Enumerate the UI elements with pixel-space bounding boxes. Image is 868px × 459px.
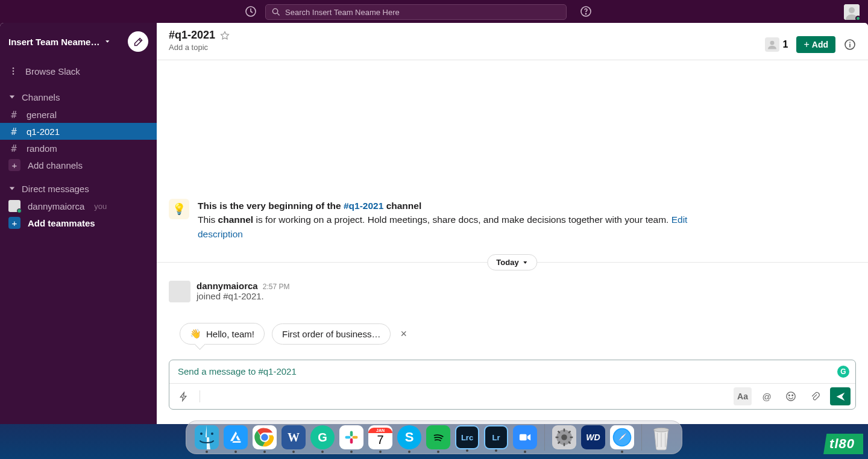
slack-icon: [342, 428, 360, 446]
star-icon[interactable]: [220, 31, 230, 40]
formatting-button[interactable]: Aa: [734, 387, 752, 405]
main-area: #q1-2021 Add a topic 1 +Add 💡 This i: [157, 23, 868, 424]
add-button[interactable]: +Add: [796, 36, 835, 53]
dock-app-wd[interactable]: WD: [581, 425, 605, 449]
add-channels[interactable]: + Add channels: [0, 157, 157, 173]
message-body: joined #q1-2021.: [197, 291, 289, 301]
lightning-icon: [178, 392, 189, 402]
plus-icon: +: [8, 159, 20, 171]
member-count[interactable]: 1: [765, 37, 788, 52]
dock-app-trash[interactable]: [649, 425, 673, 449]
appstore-icon: [227, 429, 244, 446]
user-avatar[interactable]: [844, 4, 860, 20]
plus-icon: +: [8, 217, 20, 229]
gear-icon: [555, 428, 574, 447]
mention-button[interactable]: @: [758, 387, 776, 405]
aa-label: Aa: [737, 392, 748, 401]
browse-label: Browse Slack: [25, 66, 80, 76]
caret-down-icon: [8, 93, 16, 101]
send-button[interactable]: [830, 387, 851, 405]
welcome-prefix: This is the very beginning of the: [198, 201, 344, 211]
sidebar-channel-q1-2021[interactable]: # q1-2021: [0, 123, 157, 140]
compose-icon: [133, 37, 143, 47]
hash-icon: #: [8, 109, 19, 120]
separator: [200, 390, 200, 402]
compose-button[interactable]: [128, 31, 148, 52]
dock-app-finder[interactable]: [195, 425, 219, 449]
running-dot: [621, 451, 623, 453]
channel-title[interactable]: #q1-2021: [169, 29, 215, 42]
dm-label: Direct messages: [22, 184, 89, 194]
channel-topic[interactable]: Add a topic: [169, 43, 230, 52]
channel-header: #q1-2021 Add a topic 1 +Add: [157, 23, 868, 60]
sidebar-channel-general[interactable]: # general: [0, 106, 157, 123]
svg-point-11: [787, 392, 795, 401]
date-pill[interactable]: Today: [487, 254, 537, 270]
dock-app-lightroom[interactable]: Lr: [484, 425, 508, 449]
running-dot: [350, 451, 353, 453]
running-dot: [408, 451, 410, 453]
svg-rect-26: [520, 434, 527, 440]
caret-down-icon: [8, 185, 16, 192]
message-user[interactable]: dannymaiorca: [197, 281, 258, 291]
dock-app-chrome[interactable]: [253, 425, 277, 449]
avatar[interactable]: [169, 281, 190, 302]
attach-button[interactable]: [806, 387, 824, 405]
dock-app-grammarly[interactable]: G: [310, 425, 335, 449]
dock-app-skype[interactable]: S: [397, 425, 421, 449]
dock-app-slack[interactable]: [339, 425, 363, 449]
join-message: dannymaiorca2:57 PM joined #q1-2021.: [169, 281, 289, 302]
suggestion-hello[interactable]: 👋 Hello, team!: [180, 323, 265, 345]
composer-input[interactable]: Send a message to #q1-2021 G: [169, 360, 855, 384]
dm-self[interactable]: dannymaiorca you: [0, 198, 157, 214]
dock-app-settings[interactable]: [552, 425, 576, 449]
search-input[interactable]: Search Insert Team Neame Here: [265, 4, 567, 20]
suggestion-first-order[interactable]: First order of business…: [272, 323, 391, 345]
emoji-button[interactable]: [782, 387, 800, 405]
dock-app-zoom[interactable]: [513, 425, 537, 449]
channel-name: q1-2021: [27, 126, 60, 137]
chip-text: Hello, team!: [206, 329, 254, 339]
dock-app-appstore[interactable]: [224, 425, 248, 449]
emoji-icon: [785, 391, 796, 402]
shortcuts-button[interactable]: [174, 387, 192, 405]
add-teammates[interactable]: + Add teammates: [0, 214, 157, 231]
svg-point-9: [770, 40, 774, 45]
sidebar-channel-random[interactable]: # random: [0, 140, 157, 157]
dismiss-suggestions[interactable]: ×: [400, 328, 407, 340]
search-icon: [272, 8, 280, 16]
finder-icon: [195, 425, 219, 449]
dock-separator: [544, 424, 545, 451]
chevron-down-icon: [104, 37, 111, 46]
dock-app-calendar[interactable]: JAN7: [368, 425, 392, 449]
grammarly-icon[interactable]: G: [837, 366, 849, 378]
svg-rect-22: [353, 436, 358, 439]
browse-slack[interactable]: Browse Slack: [0, 60, 157, 82]
search-placeholder: Search Insert Team Neame Here: [285, 8, 400, 17]
dock-app-word[interactable]: W: [281, 425, 306, 449]
dock-app-safari[interactable]: [610, 425, 634, 449]
safari-icon: [611, 426, 633, 448]
svg-point-13: [792, 395, 793, 396]
history-icon[interactable]: [245, 5, 257, 17]
channel-name: random: [27, 143, 57, 154]
sidebar: Insert Team Neame He... Browse Slack Cha…: [0, 23, 157, 424]
svg-point-31: [654, 428, 669, 432]
dock-app-lrc[interactable]: Lrc: [455, 425, 479, 449]
info-icon[interactable]: [844, 39, 856, 51]
running-dot: [466, 449, 468, 452]
welcome-line2-b: channel: [218, 214, 254, 225]
presence-dot: [855, 16, 861, 21]
welcome-channel-link[interactable]: #q1-2021: [344, 201, 383, 211]
send-icon: [835, 392, 846, 402]
add-button-label: Add: [812, 40, 828, 49]
channels-label: Channels: [22, 92, 60, 102]
add-channels-label: Add channels: [28, 160, 83, 170]
channel-name: general: [27, 110, 57, 120]
workspace-header[interactable]: Insert Team Neame He...: [0, 23, 157, 60]
help-icon[interactable]: [580, 5, 592, 17]
dm-section[interactable]: Direct messages: [0, 180, 157, 198]
presence-dot: [17, 208, 22, 213]
dock-app-spotify[interactable]: [426, 425, 450, 449]
channels-section[interactable]: Channels: [0, 88, 157, 106]
